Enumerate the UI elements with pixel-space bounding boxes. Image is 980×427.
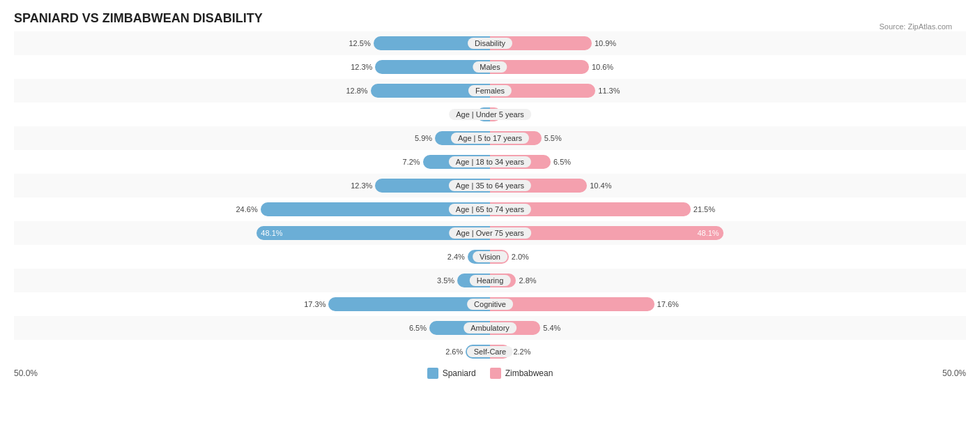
zimbabwean-bar: 5.5% [490, 131, 542, 145]
table-row: 1.4%1.2%Age | Under 5 years [14, 103, 966, 126]
zimbabwean-bar: 17.6% [490, 297, 654, 311]
table-row: 12.8%11.3%Females [14, 79, 966, 103]
zimbabwean-bar: 5.4% [490, 321, 540, 335]
zimbabwean-bar: 2.0% [490, 250, 509, 264]
legend-spaniard: Spaniard [427, 368, 476, 379]
zimbabwean-value: 17.6% [657, 300, 679, 308]
zimbabwean-value: 11.3% [598, 87, 620, 95]
bar-right-half: 2.2% [490, 340, 966, 364]
source-label: Source: ZipAtlas.com [879, 22, 952, 31]
spaniard-bar: 2.4% [468, 250, 490, 264]
bar-left-half: 5.9% [14, 126, 490, 150]
table-row: 7.2%6.5%Age | 18 to 34 years [14, 150, 966, 174]
spaniard-value: 2.4% [447, 253, 465, 261]
zimbabwean-value: 10.6% [592, 63, 613, 71]
spaniard-bar: 24.6% [261, 202, 490, 216]
zimbabwean-value: 6.5% [553, 158, 571, 166]
spaniard-bar-value: 48.1% [261, 229, 282, 237]
bar-right-half: 10.6% [490, 55, 966, 79]
zimbabwean-bar-value: 48.1% [697, 229, 719, 237]
bar-left-half: 3.5% [14, 269, 490, 292]
legend-zimbabwean-label: Zimbabwean [505, 368, 553, 378]
zimbabwean-bar: 6.5% [490, 155, 551, 169]
zimbabwean-value: 10.4% [590, 181, 611, 190]
chart-area: 12.5%10.9%Disability12.3%10.6%Males12.8%… [14, 31, 966, 379]
bar-right-half: 2.8% [490, 269, 966, 292]
bar-left-half: 12.8% [14, 79, 490, 103]
spaniard-bar: 1.4% [477, 107, 490, 121]
bar-right-half: 10.9% [490, 31, 966, 55]
table-row: 24.6%21.5%Age | 65 to 74 years [14, 197, 966, 221]
spaniard-bar: 12.5% [374, 36, 490, 50]
table-row: 48.1%48.1%Age | Over 75 years [14, 221, 966, 245]
bar-left-half: 2.6% [14, 340, 490, 364]
spaniard-bar: 12.3% [375, 179, 490, 193]
bar-right-half: 2.0% [490, 245, 966, 269]
bar-left-half: 7.2% [14, 150, 490, 174]
spaniard-value: 6.5% [409, 324, 427, 332]
zimbabwean-bar: 48.1% [490, 226, 723, 240]
zimbabwean-value: 2.0% [512, 253, 529, 261]
footer-left-val: 50.0% [14, 368, 38, 378]
legend-zimbabwean: Zimbabwean [490, 368, 553, 379]
spaniard-bar: 2.6% [466, 345, 490, 359]
bar-right-half: 17.6% [490, 292, 966, 316]
zimbabwean-bar: 2.2% [490, 345, 510, 359]
bar-right-half: 1.2% [490, 103, 966, 126]
bar-right-half: 5.4% [490, 316, 966, 340]
spaniard-bar: 48.1% [257, 226, 490, 240]
bar-left-half: 6.5% [14, 316, 490, 340]
bar-right-half: 10.4% [490, 174, 966, 197]
zimbabwean-bar: 2.8% [490, 274, 516, 287]
bar-right-half: 21.5% [490, 197, 966, 221]
spaniard-value: 12.5% [349, 39, 370, 47]
table-row: 12.3%10.4%Age | 35 to 64 years [14, 174, 966, 197]
zimbabwean-value: 2.2% [513, 347, 530, 356]
bar-left-half: 1.4% [14, 103, 490, 126]
spaniard-bar: 5.9% [435, 131, 490, 145]
spaniard-value: 17.3% [304, 300, 326, 308]
bar-left-half: 2.4% [14, 245, 490, 269]
spaniard-value: 12.3% [351, 181, 372, 190]
spaniard-bar: 12.8% [371, 84, 490, 98]
spaniard-bar: 7.2% [423, 155, 490, 169]
bar-right-half: 6.5% [490, 150, 966, 174]
bar-left-half: 12.3% [14, 174, 490, 197]
spaniard-value: 3.5% [437, 276, 454, 285]
table-row: 6.5%5.4%Ambulatory [14, 316, 966, 340]
spaniard-value: 12.3% [351, 63, 372, 71]
footer: 50.0% Spaniard Zimbabwean 50.0% [14, 368, 966, 379]
spaniard-bar: 3.5% [457, 274, 490, 287]
bar-left-half: 12.5% [14, 31, 490, 55]
zimbabwean-bar: 21.5% [490, 202, 691, 216]
table-row: 17.3%17.6%Cognitive [14, 292, 966, 316]
bar-left-half: 12.3% [14, 55, 490, 79]
spaniard-bar: 17.3% [328, 297, 490, 311]
spaniard-value: 7.2% [403, 158, 420, 166]
zimbabwean-bar: 10.6% [490, 60, 589, 74]
table-row: 3.5%2.8%Hearing [14, 269, 966, 292]
spaniard-value: 2.6% [445, 347, 463, 356]
legend-spaniard-label: Spaniard [443, 368, 476, 378]
spaniard-bar: 6.5% [429, 321, 490, 335]
legend-zimbabwean-color [490, 368, 501, 379]
zimbabwean-value: 10.9% [595, 39, 616, 47]
bar-right-half: 5.5% [490, 126, 966, 150]
bar-left-half: 17.3% [14, 292, 490, 316]
spaniard-value: 1.4% [457, 110, 474, 119]
zimbabwean-value: 5.4% [543, 324, 560, 332]
zimbabwean-bar: 11.3% [490, 84, 595, 98]
spaniard-value: 24.6% [236, 205, 257, 214]
table-row: 2.6%2.2%Self-Care [14, 340, 966, 364]
bar-right-half: 48.1% [490, 221, 966, 245]
legend-spaniard-color [427, 368, 438, 379]
bar-left-half: 48.1% [14, 221, 490, 245]
footer-right-val: 50.0% [942, 368, 966, 378]
chart-title: SPANIARD VS ZIMBABWEAN DISABILITY [14, 11, 966, 26]
bar-right-half: 11.3% [490, 79, 966, 103]
rows-wrapper: 12.5%10.9%Disability12.3%10.6%Males12.8%… [14, 31, 966, 364]
zimbabwean-bar: 1.2% [490, 107, 501, 121]
table-row: 12.3%10.6%Males [14, 55, 966, 79]
table-row: 12.5%10.9%Disability [14, 31, 966, 55]
table-row: 5.9%5.5%Age | 5 to 17 years [14, 126, 966, 150]
